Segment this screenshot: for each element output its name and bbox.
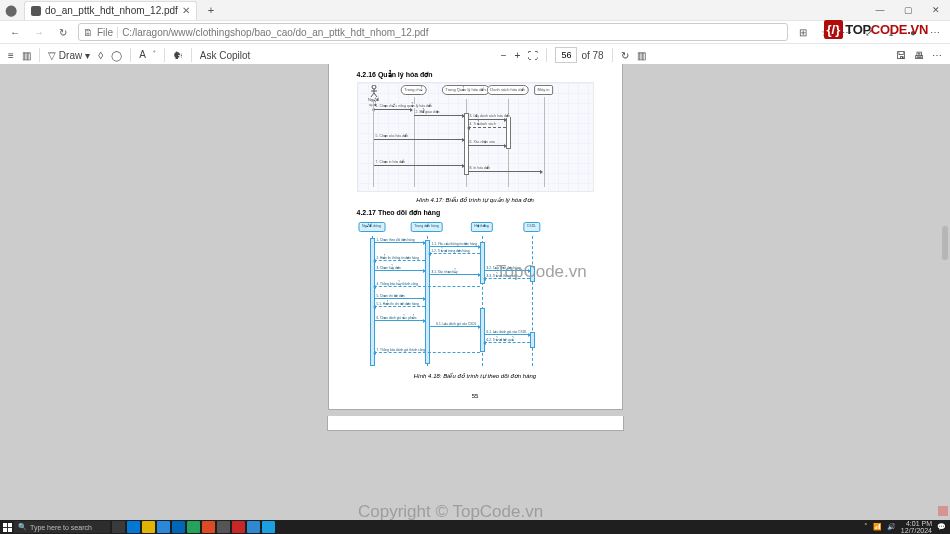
page-view-button[interactable]: ▥ — [637, 50, 646, 61]
url-text: C:/laragon/www/clothingshop/bao_cao/do_a… — [122, 27, 428, 38]
read-aloud-button[interactable]: 🗣 — [173, 50, 183, 61]
taskbar-app-icon[interactable] — [232, 521, 245, 533]
page-indicator: of 78 — [555, 47, 603, 63]
app-menu-icon[interactable]: ⬤ — [4, 4, 18, 17]
draw-icon: ▽ — [48, 50, 56, 61]
figure-caption: Hình 4.18: Biểu đồ trình tự theo dõi đơn… — [357, 372, 594, 379]
scrollbar-thumb[interactable] — [942, 226, 948, 260]
nav-forward-button[interactable]: → — [30, 23, 48, 41]
notifications-button[interactable]: 💬 — [937, 523, 946, 531]
system-tray[interactable]: ˄ 📶 🔊 4:01 PM 12/7/2024 💬 — [864, 520, 950, 534]
resize-grip-icon — [938, 506, 948, 516]
taskbar-app-icon[interactable] — [142, 521, 155, 533]
taskbar-app-icon[interactable] — [217, 521, 230, 533]
fit-page-button[interactable]: ⛶ — [528, 50, 538, 61]
svg-rect-6 — [7, 523, 11, 527]
zoom-in-button[interactable]: + — [515, 50, 521, 61]
window-maximize-button[interactable]: ▢ — [894, 0, 922, 20]
svg-point-0 — [372, 85, 376, 89]
pdf-viewer[interactable]: 4.2.16 Quản lý hóa đơn Người quản trị Tr… — [0, 64, 950, 520]
address-bar: ← → ↻ 🗎 File C:/laragon/www/clothingshop… — [0, 21, 950, 44]
search-placeholder: Type here to search — [30, 524, 92, 531]
window-close-button[interactable]: ✕ — [922, 0, 950, 20]
windows-taskbar: 🔍 Type here to search ˄ 📶 🔊 4:01 PM 12/7… — [0, 520, 950, 534]
text-size-button[interactable]: A゛ — [139, 48, 156, 62]
zoom-out-button[interactable]: − — [501, 50, 507, 61]
app-menu-button[interactable]: ⋯ — [926, 23, 944, 41]
highlight-button[interactable]: ◊ — [98, 50, 103, 61]
sequence-diagram-1: Người quản trị Trang chủ Trang Quản lý h… — [357, 82, 594, 192]
browser-tab[interactable]: do_an_pttk_hdt_nhom_12.pdf ✕ — [24, 1, 197, 20]
section-heading: 4.2.17 Theo dõi đơn hàng — [357, 209, 594, 217]
page-thumbnails-button[interactable]: ▥ — [22, 50, 31, 61]
print-button[interactable]: 🖶 — [914, 50, 924, 61]
page-number-input[interactable] — [555, 47, 577, 63]
tray-chevron-icon[interactable]: ˄ — [864, 523, 868, 531]
svg-rect-8 — [7, 527, 11, 531]
sequence-diagram-2: Người dùng Trang đơn hàng Hệ thống CSDL … — [357, 220, 594, 368]
new-tab-button[interactable]: + — [203, 4, 219, 16]
url-scheme: File — [97, 27, 118, 38]
tray-network-icon[interactable]: 📶 — [873, 523, 882, 531]
logo-bracket-icon: {/} — [824, 20, 844, 39]
rotate-button[interactable]: ↻ — [621, 50, 629, 61]
file-icon: 🗎 — [83, 27, 93, 38]
viewer-scrollbar[interactable] — [941, 66, 949, 518]
taskbar-app-icon[interactable] — [247, 521, 260, 533]
taskbar-search[interactable]: 🔍 Type here to search — [14, 521, 110, 533]
ask-copilot-button[interactable]: Ask Copilot — [200, 50, 251, 61]
nav-back-button[interactable]: ← — [6, 23, 24, 41]
svg-rect-5 — [3, 523, 7, 527]
save-button[interactable]: 🖫 — [896, 50, 906, 61]
nav-reload-button[interactable]: ↻ — [54, 23, 72, 41]
taskbar-app-icon[interactable] — [172, 521, 185, 533]
taskbar-app-icon[interactable] — [262, 521, 275, 533]
pdf-page: 4.2.16 Quản lý hóa đơn Người quản trị Tr… — [328, 64, 623, 410]
window-titlebar: ⬤ do_an_pttk_hdt_nhom_12.pdf ✕ + — ▢ ✕ — [0, 0, 950, 21]
reader-icon[interactable]: ⊞ — [794, 23, 812, 41]
taskbar-app-icon[interactable] — [187, 521, 200, 533]
page-total: of 78 — [581, 50, 603, 61]
tab-favicon — [31, 6, 41, 16]
taskbar-app-icon[interactable] — [202, 521, 215, 533]
taskbar-app-icon[interactable] — [112, 521, 125, 533]
topcode-logo: {/} TOP CODE.VN — [824, 20, 928, 39]
more-button[interactable]: ⋯ — [932, 50, 942, 61]
chevron-down-icon: ▾ — [85, 50, 90, 61]
tab-close-icon[interactable]: ✕ — [182, 5, 190, 16]
url-input[interactable]: 🗎 File C:/laragon/www/clothingshop/bao_c… — [78, 23, 788, 41]
taskbar-clock[interactable]: 4:01 PM 12/7/2024 — [901, 520, 932, 534]
page-number: 55 — [357, 393, 594, 399]
pdf-next-page-peek — [327, 416, 624, 431]
taskbar-app-icon[interactable] — [157, 521, 170, 533]
svg-rect-7 — [3, 527, 7, 531]
window-minimize-button[interactable]: — — [866, 0, 894, 20]
tray-volume-icon[interactable]: 🔊 — [887, 523, 896, 531]
taskbar-app-icon[interactable] — [127, 521, 140, 533]
taskbar-apps — [112, 521, 275, 533]
contents-button[interactable]: ≡ — [8, 50, 14, 61]
search-icon: 🔍 — [18, 523, 27, 531]
erase-button[interactable]: ◯ — [111, 50, 122, 61]
section-heading: 4.2.16 Quản lý hóa đơn — [357, 71, 594, 79]
draw-button[interactable]: ▽ Draw ▾ — [48, 50, 90, 61]
start-button[interactable] — [0, 520, 14, 534]
figure-caption: Hình 4.17: Biểu đồ trình tự quản lý hóa … — [357, 196, 594, 203]
tab-title: do_an_pttk_hdt_nhom_12.pdf — [45, 5, 178, 16]
